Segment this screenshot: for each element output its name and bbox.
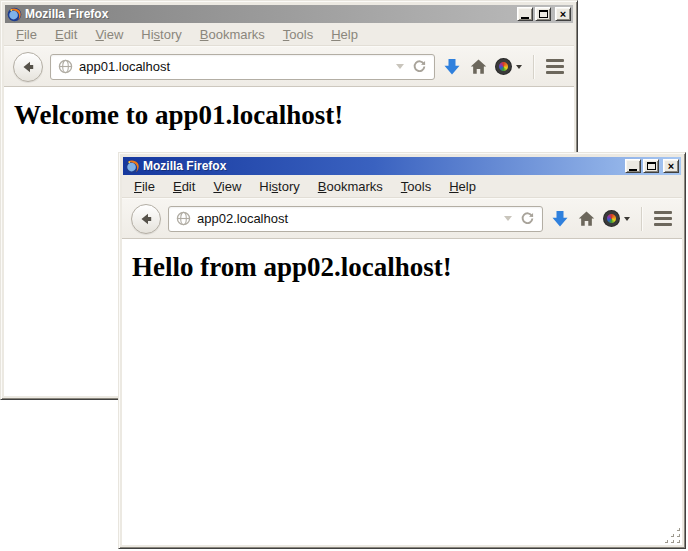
menu-history[interactable]: History (250, 176, 308, 197)
maximize-icon (647, 162, 656, 170)
home-button[interactable] (577, 209, 596, 228)
reload-icon[interactable] (520, 211, 535, 226)
minimize-button[interactable] (517, 7, 533, 21)
url-text[interactable]: app02.localhost (197, 211, 498, 226)
menu-view[interactable]: View (86, 24, 132, 45)
close-icon: × (668, 161, 674, 172)
menu-edit[interactable]: Edit (164, 176, 204, 197)
open-menu-button[interactable] (653, 209, 673, 228)
hamburger-icon (546, 59, 564, 62)
url-bar[interactable]: app01.localhost (50, 54, 435, 80)
colorwheel-icon (495, 58, 512, 75)
menu-bar: File Edit View History Bookmarks Tools H… (4, 23, 574, 46)
download-arrow-icon (550, 209, 570, 229)
toolbar-separator (533, 55, 534, 79)
url-bar[interactable]: app02.localhost (168, 206, 543, 232)
menu-view[interactable]: View (204, 176, 250, 197)
dropdown-caret-icon (624, 217, 630, 221)
home-icon (577, 209, 596, 228)
firefox-logo-icon (7, 7, 22, 22)
url-text[interactable]: app01.localhost (79, 59, 390, 74)
globe-icon (176, 211, 191, 226)
close-button[interactable]: × (663, 159, 679, 173)
minimize-button[interactable] (625, 159, 641, 173)
back-button[interactable] (13, 52, 43, 82)
minimize-icon (521, 17, 529, 19)
menu-bookmarks[interactable]: Bookmarks (191, 24, 274, 45)
open-menu-button[interactable] (545, 57, 565, 76)
resize-grip[interactable] (665, 528, 680, 543)
home-button[interactable] (469, 57, 488, 76)
firefox-logo-icon (125, 159, 140, 174)
hamburger-icon (654, 211, 672, 214)
titlebar[interactable]: Mozilla Firefox × (5, 5, 573, 23)
colorwheel-icon (603, 210, 620, 227)
menu-file[interactable]: File (125, 176, 164, 197)
url-dropdown-icon[interactable] (396, 64, 404, 69)
dropdown-caret-icon (516, 65, 522, 69)
colorwheel-extension-button[interactable] (495, 58, 522, 75)
window-controls: × (625, 159, 679, 173)
toolbar-separator (641, 207, 642, 231)
menu-history[interactable]: History (132, 24, 190, 45)
home-icon (469, 57, 488, 76)
back-arrow-icon (138, 211, 154, 227)
navigation-toolbar: app01.localhost (4, 46, 574, 87)
navigation-toolbar: app02.localhost (122, 198, 682, 239)
maximize-icon (539, 10, 548, 18)
page-heading: Welcome to app01.localhost! (14, 100, 574, 131)
close-icon: × (560, 9, 566, 20)
reload-icon[interactable] (412, 59, 427, 74)
menu-file[interactable]: File (7, 24, 46, 45)
close-button[interactable]: × (555, 7, 571, 21)
window-title: Mozilla Firefox (143, 160, 226, 172)
maximize-button[interactable] (535, 7, 551, 21)
window-controls: × (517, 7, 571, 21)
globe-icon (58, 59, 73, 74)
page-content: Hello from app02.localhost! (122, 239, 682, 545)
back-arrow-icon (20, 59, 36, 75)
menu-bar: File Edit View History Bookmarks Tools H… (122, 175, 682, 198)
downloads-button[interactable] (442, 57, 462, 77)
page-heading: Hello from app02.localhost! (132, 252, 682, 283)
titlebar[interactable]: Mozilla Firefox × (123, 157, 681, 175)
menu-tools[interactable]: Tools (274, 24, 322, 45)
colorwheel-extension-button[interactable] (603, 210, 630, 227)
menu-help[interactable]: Help (440, 176, 485, 197)
menu-tools[interactable]: Tools (392, 176, 440, 197)
url-dropdown-icon[interactable] (504, 216, 512, 221)
minimize-icon (629, 169, 637, 171)
back-button[interactable] (131, 204, 161, 234)
firefox-window-app02[interactable]: Mozilla Firefox × File Edit View History… (118, 152, 686, 549)
maximize-button[interactable] (643, 159, 659, 173)
menu-help[interactable]: Help (322, 24, 367, 45)
window-title: Mozilla Firefox (25, 8, 108, 20)
menu-edit[interactable]: Edit (46, 24, 86, 45)
downloads-button[interactable] (550, 209, 570, 229)
download-arrow-icon (442, 57, 462, 77)
menu-bookmarks[interactable]: Bookmarks (309, 176, 392, 197)
